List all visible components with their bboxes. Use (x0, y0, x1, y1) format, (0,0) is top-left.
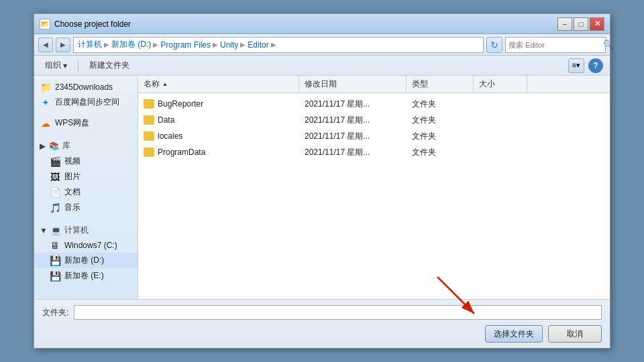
col-name-label: 名称 (144, 78, 160, 90)
minimize-button[interactable]: − (557, 17, 572, 31)
sidebar-item-pictures[interactable]: 🖼 图片 (34, 169, 138, 184)
back-button[interactable]: ◀ (38, 38, 53, 52)
close-button[interactable]: ✕ (590, 17, 604, 31)
col-size-label: 大小 (479, 78, 495, 90)
folder-icon (144, 99, 154, 109)
sidebar-label: Windows7 (C:) (64, 241, 117, 250)
sidebar-label: 文档 (64, 186, 80, 198)
sidebar-separator-3 (34, 215, 138, 221)
forward-button[interactable]: ▶ (56, 38, 70, 52)
new-folder-button[interactable]: 新建文件夹 (85, 58, 133, 72)
col-header-name[interactable]: 名称 ▲ (138, 76, 299, 93)
view-button[interactable]: ≡▾ (568, 58, 584, 73)
sidebar-item-documents[interactable]: 📄 文档 (34, 184, 138, 200)
toolbar-right: ≡▾ ? (568, 58, 603, 73)
file-name-cell: ProgramData (138, 147, 299, 157)
toolbar-divider (78, 60, 78, 72)
search-bar: 🔍 (505, 37, 606, 53)
sidebar: 📁 2345Downloads ✦ 百度网盘同步空间 ☁ WPS网盘 ▶ 📚 库 (34, 76, 138, 299)
sidebar-group-library[interactable]: ▶ 📚 库 (34, 136, 138, 154)
col-header-date[interactable]: 修改日期 (299, 76, 407, 93)
sidebar-item-music[interactable]: 🎵 音乐 (34, 200, 138, 215)
cloud-icon: ✦ (40, 97, 52, 108)
folder-input[interactable] (74, 305, 602, 320)
picture-icon: 🖼 (49, 172, 61, 182)
titlebar-buttons: − □ ✕ (557, 17, 604, 31)
file-type-cell: 文件夹 (407, 147, 474, 158)
maximize-button[interactable]: □ (574, 17, 588, 31)
file-date-cell: 2021/11/17 星期... (299, 147, 407, 158)
file-list-container: 名称 ▲ 修改日期 类型 大小 BugReporter (138, 76, 610, 299)
folder-icon (144, 115, 154, 125)
file-date-cell: 2021/11/17 星期... (299, 131, 407, 142)
file-name-cell: BugReporter (138, 99, 299, 109)
main-area: 📁 2345Downloads ✦ 百度网盘同步空间 ☁ WPS网盘 ▶ 📚 库 (34, 76, 610, 299)
table-row[interactable]: Data 2021/11/17 星期... 文件夹 (138, 112, 610, 128)
sidebar-item-wps[interactable]: ☁ WPS网盘 (34, 115, 138, 131)
addressbar: ◀ ▶ 计算机 ▶ 新加卷 (D:) ▶ Program Files ▶ Uni… (34, 34, 610, 56)
table-row[interactable]: locales 2021/11/17 星期... 文件夹 (138, 128, 610, 144)
col-header-size[interactable]: 大小 (474, 76, 527, 93)
sidebar-label: 音乐 (64, 202, 80, 213)
new-folder-label: 新建文件夹 (89, 60, 129, 71)
file-date-cell: 2021/11/17 星期... (299, 115, 407, 126)
sidebar-item-d-drive[interactable]: 💾 新加卷 (D:) (34, 253, 138, 268)
file-type-cell: 文件夹 (407, 115, 474, 126)
file-date-cell: 2021/11/17 星期... (299, 99, 407, 110)
breadcrumb-unity[interactable]: Unity (220, 40, 238, 50)
drive-d-icon: 💾 (49, 255, 61, 266)
file-name: ProgramData (158, 147, 205, 157)
breadcrumb-program-files[interactable]: Program Files (160, 40, 211, 50)
sort-arrow: ▲ (162, 81, 168, 87)
col-type-label: 类型 (412, 78, 428, 90)
cancel-button[interactable]: 取消 (548, 325, 602, 343)
wps-icon: ☁ (40, 118, 52, 129)
sidebar-icon: 📚 (49, 141, 59, 151)
sidebar-item-baiduyun[interactable]: ✦ 百度网盘同步空间 (34, 95, 138, 110)
help-button[interactable]: ? (588, 58, 603, 73)
dialog-title: Choose project folder (54, 19, 131, 29)
file-name-cell: Data (138, 115, 299, 125)
titlebar-left: 📂 Choose project folder (40, 19, 131, 29)
breadcrumb-computer[interactable]: 计算机 (78, 39, 102, 50)
breadcrumb-d-drive[interactable]: 新加卷 (D:) (111, 39, 151, 50)
music-icon: 🎵 (49, 202, 61, 213)
buttons-row: 选择文件夹 取消 (42, 325, 602, 343)
document-icon: 📄 (49, 187, 61, 198)
sidebar-group-computer[interactable]: ▼ 💻 计算机 (34, 221, 138, 238)
sidebar-label: 视频 (64, 156, 80, 167)
sidebar-separator-1 (34, 110, 138, 115)
table-row[interactable]: ProgramData 2021/11/17 星期... 文件夹 (138, 144, 610, 160)
sidebar-item-e-drive[interactable]: 💾 新加卷 (E:) (34, 268, 138, 284)
sidebar-item-c-drive[interactable]: 🖥 Windows7 (C:) (34, 238, 138, 253)
bottom-area: 文件夹: 选择文件夹 取消 (34, 299, 610, 348)
file-type-cell: 文件夹 (407, 99, 474, 110)
toolbar: 组织 ▾ 新建文件夹 ≡▾ ? (34, 56, 610, 76)
refresh-button[interactable]: ↻ (486, 37, 502, 53)
folder-icon (144, 147, 154, 157)
sidebar-label: 新加卷 (D:) (64, 255, 104, 266)
file-name: Data (158, 115, 174, 125)
sidebar-item-2345downloads[interactable]: 📁 2345Downloads (34, 80, 138, 95)
file-type-cell: 文件夹 (407, 131, 474, 142)
breadcrumb: 计算机 ▶ 新加卷 (D:) ▶ Program Files ▶ Unity ▶… (73, 37, 484, 53)
folder-label: 文件夹: (42, 307, 68, 318)
col-header-type[interactable]: 类型 (407, 76, 474, 93)
file-list: BugReporter 2021/11/17 星期... 文件夹 Data 20… (138, 93, 610, 299)
organize-button[interactable]: 组织 ▾ (41, 58, 71, 72)
search-icon[interactable]: 🔍 (603, 40, 614, 50)
file-name: BugReporter (158, 99, 203, 109)
video-icon: 🎬 (49, 156, 61, 167)
computer-icon: 💻 (51, 226, 61, 235)
select-folder-button[interactable]: 选择文件夹 (485, 325, 543, 343)
organize-arrow: ▾ (63, 61, 67, 70)
file-name: locales (158, 131, 182, 141)
drive-e-icon: 💾 (49, 271, 61, 282)
sidebar-label: 图片 (64, 171, 80, 182)
sidebar-label: 百度网盘同步空间 (55, 97, 119, 108)
sidebar-item-video[interactable]: 🎬 视频 (34, 154, 138, 169)
organize-label: 组织 (45, 60, 61, 71)
breadcrumb-editor[interactable]: Editor (248, 40, 268, 50)
search-input[interactable] (508, 41, 601, 49)
table-row[interactable]: BugReporter 2021/11/17 星期... 文件夹 (138, 96, 610, 112)
